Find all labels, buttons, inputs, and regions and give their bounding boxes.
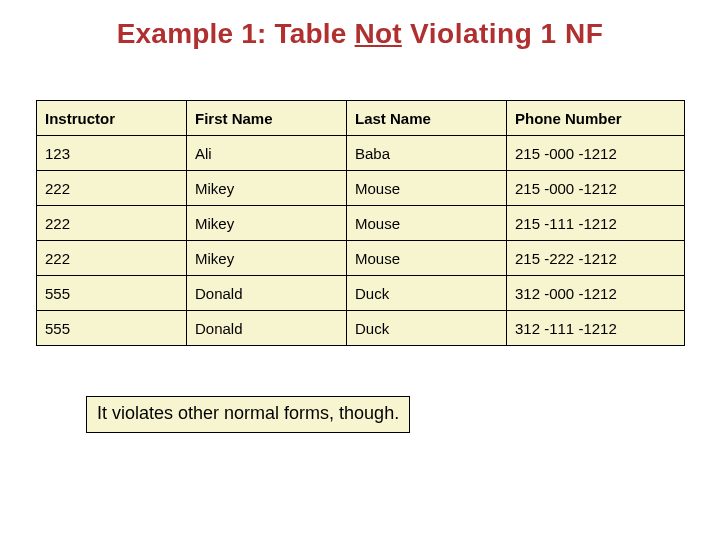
cell: 215 -222 -1212 <box>507 241 685 276</box>
cell: Ali <box>187 136 347 171</box>
cell: Duck <box>347 311 507 346</box>
cell: Mikey <box>187 171 347 206</box>
table-row: 555 Donald Duck 312 -000 -1212 <box>37 276 685 311</box>
table-row: 222 Mikey Mouse 215 -222 -1212 <box>37 241 685 276</box>
cell: 312 -111 -1212 <box>507 311 685 346</box>
col-header: First Name <box>187 101 347 136</box>
cell: 123 <box>37 136 187 171</box>
cell: 215 -111 -1212 <box>507 206 685 241</box>
cell: Mouse <box>347 171 507 206</box>
table-row: 222 Mikey Mouse 215 -000 -1212 <box>37 171 685 206</box>
cell: Duck <box>347 276 507 311</box>
cell: 555 <box>37 311 187 346</box>
cell: Mouse <box>347 206 507 241</box>
cell: 555 <box>37 276 187 311</box>
table-body: 123 Ali Baba 215 -000 -1212 222 Mikey Mo… <box>37 136 685 346</box>
cell: Mouse <box>347 241 507 276</box>
cell: 312 -000 -1212 <box>507 276 685 311</box>
table-row: 222 Mikey Mouse 215 -111 -1212 <box>37 206 685 241</box>
col-header: Instructor <box>37 101 187 136</box>
slide-title: Example 1: Table Not Violating 1 NF <box>0 18 720 50</box>
cell: 215 -000 -1212 <box>507 136 685 171</box>
cell: 222 <box>37 171 187 206</box>
table-header-row: Instructor First Name Last Name Phone Nu… <box>37 101 685 136</box>
cell: Mikey <box>187 241 347 276</box>
table-row: 555 Donald Duck 312 -111 -1212 <box>37 311 685 346</box>
cell: Baba <box>347 136 507 171</box>
cell: 215 -000 -1212 <box>507 171 685 206</box>
title-post: Violating 1 NF <box>402 18 603 49</box>
col-header: Phone Number <box>507 101 685 136</box>
nf-table: Instructor First Name Last Name Phone Nu… <box>36 100 685 346</box>
footnote: It violates other normal forms, though. <box>86 396 410 433</box>
cell: Mikey <box>187 206 347 241</box>
title-not: Not <box>355 18 402 49</box>
col-header: Last Name <box>347 101 507 136</box>
cell: 222 <box>37 206 187 241</box>
cell: Donald <box>187 276 347 311</box>
title-pre: Example 1: Table <box>117 18 355 49</box>
table-row: 123 Ali Baba 215 -000 -1212 <box>37 136 685 171</box>
cell: 222 <box>37 241 187 276</box>
cell: Donald <box>187 311 347 346</box>
